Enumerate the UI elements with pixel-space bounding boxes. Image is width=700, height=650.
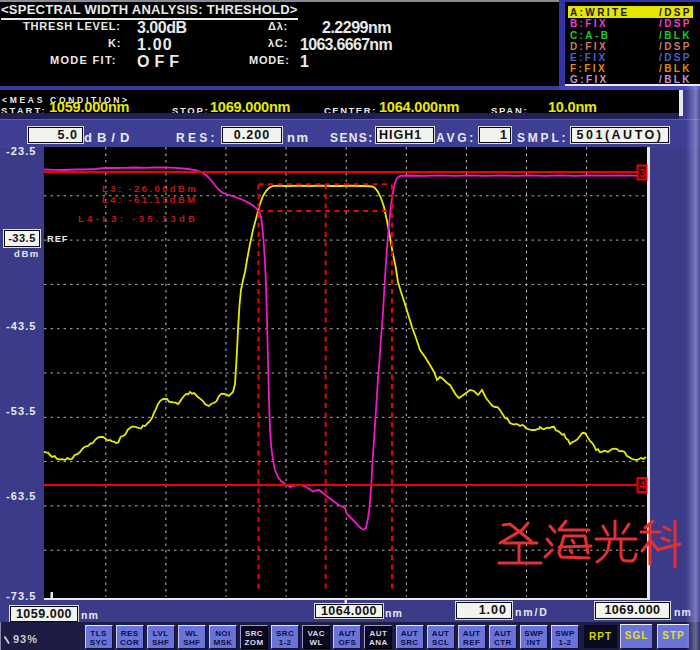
- svg-text:4: 4: [640, 480, 646, 491]
- svg-text:3: 3: [640, 168, 646, 179]
